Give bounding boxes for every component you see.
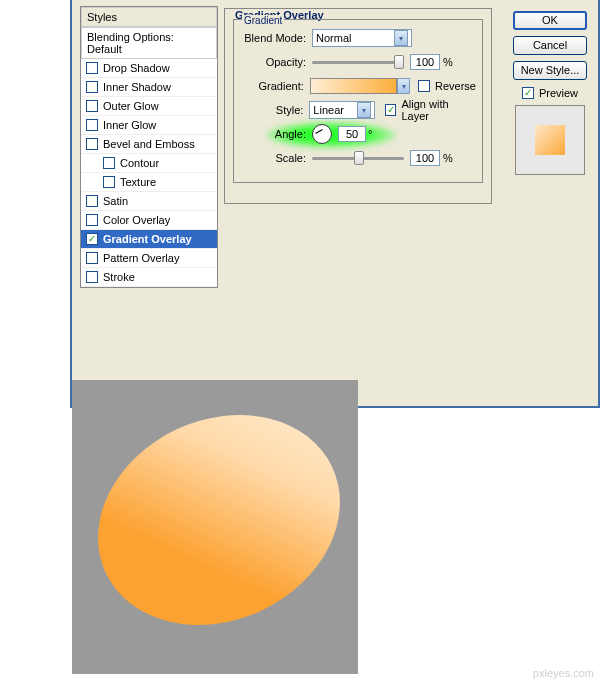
checkbox-icon[interactable] (103, 176, 115, 188)
checkbox-icon[interactable] (86, 195, 98, 207)
style-label: Texture (120, 176, 156, 188)
style-gradient-overlay[interactable]: Gradient Overlay (81, 230, 217, 249)
preview-label: Preview (539, 87, 578, 99)
opacity-input[interactable] (410, 54, 440, 70)
angle-input[interactable] (338, 126, 366, 142)
gradient-overlay-panel: Gradient Overlay Gradient Blend Mode: No… (224, 8, 492, 204)
angle-label: Angle: (240, 128, 306, 140)
style-label: Color Overlay (103, 214, 170, 226)
checkbox-icon[interactable] (86, 62, 98, 74)
chevron-down-icon: ▾ (357, 102, 371, 118)
style-label: Inner Glow (103, 119, 156, 131)
angle-dial[interactable] (312, 124, 332, 144)
style-inner-shadow[interactable]: Inner Shadow (81, 78, 217, 97)
gradient-label: Gradient: (240, 80, 304, 92)
dialog-buttons: OK Cancel New Style... Preview (510, 8, 590, 175)
canvas-area (72, 380, 358, 674)
scale-input[interactable] (410, 150, 440, 166)
checkbox-icon[interactable] (86, 233, 98, 245)
style-label: Pattern Overlay (103, 252, 179, 264)
preview-box (515, 105, 585, 175)
style-label: Drop Shadow (103, 62, 170, 74)
preview-checkbox[interactable] (522, 87, 534, 99)
scale-label: Scale: (240, 152, 306, 164)
layer-style-dialog: Styles Blending Options: Default Drop Sh… (70, 0, 600, 408)
style-drop-shadow[interactable]: Drop Shadow (81, 59, 217, 78)
checkbox-icon[interactable] (86, 119, 98, 131)
styles-panel: Styles Blending Options: Default Drop Sh… (80, 6, 218, 288)
checkbox-icon[interactable] (103, 157, 115, 169)
ok-button[interactable]: OK (513, 11, 587, 30)
chevron-down-icon[interactable]: ▾ (397, 78, 411, 94)
styles-header[interactable]: Styles (81, 7, 217, 27)
style-pattern-overlay[interactable]: Pattern Overlay (81, 249, 217, 268)
checkbox-icon[interactable] (86, 138, 98, 150)
new-style-button[interactable]: New Style... (513, 61, 587, 80)
style-stroke[interactable]: Stroke (81, 268, 217, 287)
blend-mode-select[interactable]: Normal ▾ (312, 29, 412, 47)
opacity-slider[interactable] (312, 61, 404, 64)
watermark: pxleyes.com (533, 667, 594, 679)
style-label: Inner Shadow (103, 81, 171, 93)
checkbox-icon[interactable] (86, 252, 98, 264)
reverse-checkbox[interactable] (418, 80, 430, 92)
checkbox-icon[interactable] (86, 214, 98, 226)
ellipse-shape (63, 377, 374, 664)
reverse-label: Reverse (435, 80, 476, 92)
cancel-button[interactable]: Cancel (513, 36, 587, 55)
degree-unit: ° (368, 128, 372, 140)
style-label: Stroke (103, 271, 135, 283)
style-texture[interactable]: Texture (81, 173, 217, 192)
style-bevel-emboss[interactable]: Bevel and Emboss (81, 135, 217, 154)
gradient-section-label: Gradient (242, 15, 284, 26)
blending-options-default[interactable]: Blending Options: Default (81, 27, 217, 59)
style-label: Style: (240, 104, 303, 116)
style-contour[interactable]: Contour (81, 154, 217, 173)
style-inner-glow[interactable]: Inner Glow (81, 116, 217, 135)
align-checkbox[interactable] (385, 104, 397, 116)
style-label: Bevel and Emboss (103, 138, 195, 150)
style-label: Satin (103, 195, 128, 207)
blend-mode-label: Blend Mode: (240, 32, 306, 44)
style-outer-glow[interactable]: Outer Glow (81, 97, 217, 116)
checkbox-icon[interactable] (86, 271, 98, 283)
scale-slider[interactable] (312, 157, 404, 160)
align-label: Align with Layer (401, 98, 476, 122)
opacity-label: Opacity: (240, 56, 306, 68)
checkbox-icon[interactable] (86, 81, 98, 93)
style-label: Outer Glow (103, 100, 159, 112)
style-color-overlay[interactable]: Color Overlay (81, 211, 217, 230)
gradient-swatch[interactable] (310, 78, 397, 94)
percent-unit: % (443, 152, 453, 164)
style-select[interactable]: Linear ▾ (309, 101, 375, 119)
style-label: Contour (120, 157, 159, 169)
style-satin[interactable]: Satin (81, 192, 217, 211)
preview-swatch (535, 125, 565, 155)
style-label: Gradient Overlay (103, 233, 192, 245)
chevron-down-icon: ▾ (394, 30, 408, 46)
checkbox-icon[interactable] (86, 100, 98, 112)
gradient-fieldset: Gradient Blend Mode: Normal ▾ Opacity: %… (233, 19, 483, 183)
percent-unit: % (443, 56, 453, 68)
